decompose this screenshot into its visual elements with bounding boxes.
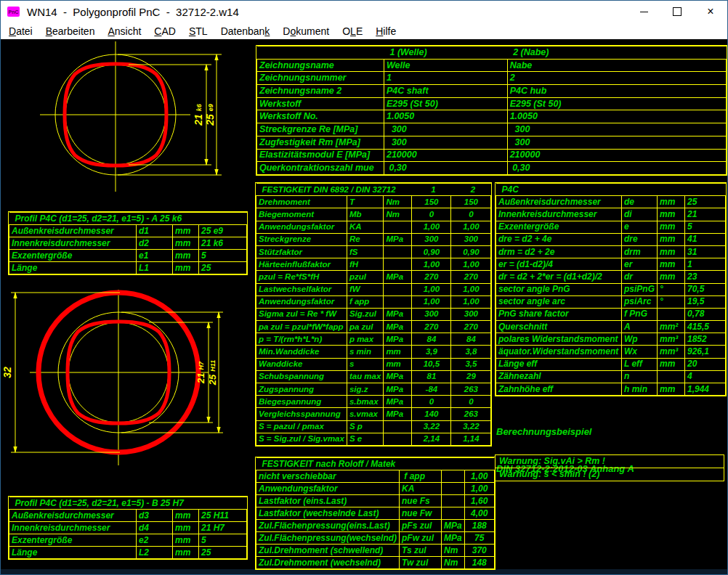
value-welle: 1.0050 xyxy=(384,110,507,123)
unit xyxy=(442,495,465,507)
symbol: L eff xyxy=(622,358,658,370)
unit: MPa xyxy=(384,271,412,283)
row-label: Innenkreisdurchmesser xyxy=(9,522,137,534)
table-row: Vergleichsspannungs.vmaxMPa140263 xyxy=(256,408,491,420)
symbol: d2 xyxy=(137,237,173,250)
value-welle: 81 xyxy=(412,370,451,383)
unit xyxy=(384,433,412,445)
row-label: äquator.Widerstandsmoment xyxy=(496,346,622,358)
value: 41 xyxy=(685,233,726,245)
unit xyxy=(384,295,412,308)
unit: mm xyxy=(384,346,412,358)
symbol: psiArc xyxy=(622,295,658,308)
dim-label-outer-diameter: 25e9 xyxy=(204,104,216,126)
symbol: drm xyxy=(622,245,658,258)
value-nabe: 300 xyxy=(451,308,491,320)
table-row: sector angle PnGpsiPnG°70,5 xyxy=(496,283,726,295)
value-welle: -84 xyxy=(412,383,451,396)
value: 1,00 xyxy=(464,470,494,483)
drawing-hub-profile: 32 21H7 25H11 xyxy=(4,284,243,496)
table-row: dre = d2 + 4edremm41 xyxy=(496,233,726,245)
symbol: f app xyxy=(347,295,383,308)
row-label: Sigma zul = Re * fW xyxy=(256,308,347,320)
minimize-button[interactable] xyxy=(627,1,660,23)
maximize-button[interactable] xyxy=(660,1,694,23)
value: 5 xyxy=(199,534,247,547)
value-welle: 3,9 xyxy=(412,346,451,358)
value-welle: 0 xyxy=(412,396,451,408)
table-row: polares WiderstandsmomentWpmm³1852 xyxy=(496,333,726,346)
value-nabe: 29 xyxy=(451,370,491,383)
unit: mm xyxy=(658,245,685,258)
table-row: Zul.Drehmoment (wechselnd)Tw zulNm148 xyxy=(256,557,495,569)
symbol: Wx xyxy=(622,346,658,358)
close-button[interactable]: × xyxy=(694,1,727,23)
table-row: äquator.WiderstandsmomentWxmm³926,1 xyxy=(496,346,726,358)
menu-item-ansicht[interactable]: Ansicht xyxy=(101,24,147,38)
menu-item-ole[interactable]: OLE xyxy=(336,24,369,38)
unit: ° xyxy=(658,295,685,308)
menu-item-stl[interactable]: STL xyxy=(182,24,214,38)
table-strength-roloff-matek: FESTIGKEIT nach Roloff / Mateknicht vers… xyxy=(255,457,496,570)
row-label: pa zul = pzul*fW*fapp xyxy=(256,321,347,333)
unit: mm xyxy=(173,522,199,534)
symbol: S e xyxy=(347,433,383,445)
unit: mm³ xyxy=(658,333,685,346)
symbol: e xyxy=(622,221,658,233)
value-nabe: 300 xyxy=(507,123,726,136)
menu-item-bearbeiten[interactable]: Bearbeiten xyxy=(39,24,102,38)
calculation-note: Berechnungsbeispiel DIN 32712-2:2012-03 … xyxy=(496,401,634,499)
value-nabe: 0 xyxy=(451,396,491,408)
unit: MPa xyxy=(384,333,412,346)
menu-item-hilfe[interactable]: Hilfe xyxy=(369,24,403,38)
table-row: Zul.Flächenpressung(wechselnd)pFw zulMPa… xyxy=(256,532,495,545)
menu-item-datei[interactable]: Datei xyxy=(2,24,39,38)
table-profile-a-shaft: Profil P4C (d1=25, d2=21, e1=5) - A 25 k… xyxy=(8,211,248,275)
table-p4c-geometry: P4CAußenkreisdurchmesserdemm25Innenkreis… xyxy=(495,182,727,396)
row-label: Zeichnungsnummer xyxy=(257,72,384,85)
unit: mm xyxy=(384,358,412,370)
menu-item-cad[interactable]: CAD xyxy=(147,24,182,38)
symbol: s min xyxy=(347,346,383,358)
symbol: dr xyxy=(622,271,658,283)
row-label: Drehmoment xyxy=(256,196,347,208)
table-row: HärteeinflußfaktorfH1,001,00 xyxy=(256,258,491,271)
menu-item-datenbank[interactable]: Datenbank xyxy=(214,24,277,38)
unit xyxy=(658,308,685,320)
value-nabe: 270 xyxy=(451,271,491,283)
value-welle: 1 xyxy=(384,72,507,85)
row-label: p = T/(rm*h*L*n) xyxy=(256,333,347,346)
value: 19,5 xyxy=(685,295,726,308)
symbol: d1 xyxy=(137,225,173,237)
row-label: dre = d2 + 4e xyxy=(496,233,622,245)
table-row: AnwendungsfaktorKA1,00 xyxy=(256,483,495,495)
value-nabe: 0,30 xyxy=(507,162,726,175)
unit: mm xyxy=(658,208,685,221)
value-welle: 300 xyxy=(384,123,507,136)
symbol: pFw zul xyxy=(400,532,442,545)
table-row: LängeL2mm25 xyxy=(9,547,247,559)
symbol: er xyxy=(622,258,658,271)
symbol: dre xyxy=(622,233,658,245)
symbol: fS xyxy=(347,245,383,258)
value-welle: 150 xyxy=(412,196,451,208)
menu-item-dokument[interactable]: Dokument xyxy=(276,24,336,38)
value-nabe: 1,00 xyxy=(451,221,491,233)
symbol: e2 xyxy=(137,534,173,547)
row-label: Werkstoff No. xyxy=(257,110,384,123)
value: 4 xyxy=(685,370,726,383)
table-row: Biegespannungs.bmaxMPa00 xyxy=(256,396,491,408)
app-window: PnC WN14 - Polygonprofil PnC - 32712-2.w… xyxy=(0,0,728,575)
value-nabe: 150 xyxy=(451,196,491,208)
unit xyxy=(658,370,685,383)
symbol: fH xyxy=(347,258,383,271)
table-row: dr = d2 + 2*er = (d1+d2)/2drmm23 xyxy=(496,271,726,283)
row-label: Anwendungsfaktor xyxy=(256,221,347,233)
row-label: Länge eff xyxy=(496,358,622,370)
table-row: nicht verschiebbar f app1,00 xyxy=(256,470,495,483)
value-welle: 2,14 xyxy=(412,433,451,445)
unit: mm xyxy=(658,196,685,208)
value-welle: P4C shaft xyxy=(384,85,507,98)
row-label: Außenkreisdurchmesser xyxy=(9,510,137,522)
symbol: Sig.zul xyxy=(347,308,383,320)
